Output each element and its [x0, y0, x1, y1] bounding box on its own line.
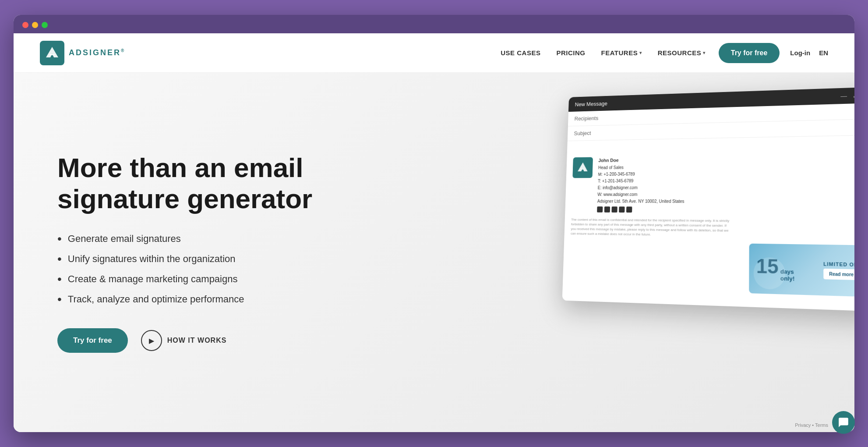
hero-try-free-button[interactable]: Try for free — [57, 328, 128, 353]
email-signature: John Doe Head of Sales M: +1-200-345-678… — [572, 153, 854, 213]
minimize-icon: — — [840, 92, 847, 100]
maximize-button[interactable] — [42, 22, 48, 28]
sig-email: E: info@adsigner.com — [598, 184, 685, 191]
nav-use-cases[interactable]: USE CASES — [501, 49, 540, 57]
nav-pricing[interactable]: PRICING — [556, 49, 585, 57]
chevron-down-icon: ▾ — [639, 50, 642, 55]
how-it-works-button[interactable]: ▶ HOW IT WORKS — [141, 330, 227, 351]
email-disclaimer: The content of this email is confidentia… — [571, 217, 730, 238]
play-icon[interactable]: ▶ — [141, 330, 162, 351]
sig-tel: T: +1-201-345-6789 — [598, 177, 685, 184]
promo-banner: 15 days only! LIMITED OFFER! Read more — [749, 244, 854, 298]
bullet-2: Unify signatures within the organization — [57, 252, 373, 266]
promo-offer-block: LIMITED OFFER! Read more — [823, 261, 854, 280]
linkedin-icon — [611, 206, 617, 213]
logo[interactable]: ADSIGNER® — [40, 41, 125, 65]
promo-read-more-button[interactable]: Read more — [823, 268, 854, 280]
signature-logo — [572, 157, 593, 178]
bullet-1: Generate email signatures — [57, 232, 373, 246]
email-window-controls: — ⤢ ✕ — [840, 92, 854, 99]
nav-lang-selector[interactable]: EN — [819, 49, 828, 57]
hero-title: More than an email signature generator — [57, 152, 373, 215]
minimize-button[interactable] — [32, 22, 38, 28]
nav-resources[interactable]: RESOURCES ▾ — [658, 49, 706, 57]
twitter-icon — [604, 206, 610, 213]
sig-company: Adsigner Ltd. 5th Ave. NY 10002, United … — [597, 198, 685, 205]
bullet-4: Track, analyze and optimize performance — [57, 292, 373, 306]
chevron-down-icon: ▾ — [703, 50, 706, 55]
nav-links: USE CASES PRICING FEATURES ▾ RESOURCES ▾ — [501, 49, 705, 57]
logo-text: ADSIGNER® — [69, 48, 125, 57]
how-it-works-label: HOW IT WORKS — [167, 337, 227, 344]
nav-login-link[interactable]: Log-in — [790, 49, 810, 57]
nav-features[interactable]: FEATURES ▾ — [601, 49, 642, 57]
browser-window: ADSIGNER® USE CASES PRICING FEATURES ▾ R… — [14, 15, 854, 432]
facebook-icon — [597, 206, 603, 213]
nav-try-free-button[interactable]: Try for free — [719, 43, 780, 63]
navbar: ADSIGNER® USE CASES PRICING FEATURES ▾ R… — [14, 33, 854, 73]
hero-bullets: Generate email signatures Unify signatur… — [57, 232, 373, 306]
browser-controls — [22, 22, 846, 33]
bullet-3: Create & manage marketing campaigns — [57, 272, 373, 286]
promo-circle-decoration — [754, 257, 786, 290]
hero-content: More than an email signature generator G… — [57, 152, 373, 353]
hero-actions: Try for free ▶ HOW IT WORKS — [57, 328, 373, 353]
browser-chrome — [14, 15, 854, 33]
logo-icon — [40, 41, 64, 65]
promo-offer-text: LIMITED OFFER! — [823, 261, 854, 267]
sig-name: John Doe — [598, 156, 685, 164]
privacy-bar: Privacy • Terms — [795, 422, 828, 428]
close-button[interactable] — [22, 22, 28, 28]
hero-section: More than an email signature generator G… — [14, 73, 854, 432]
email-window: New Message — ⤢ ✕ Recipients Subject — [562, 87, 854, 312]
sig-title: Head of Sales — [598, 163, 685, 171]
sig-mobile: M: +1-200-345-6789 — [598, 170, 685, 178]
privacy-text[interactable]: Privacy • Terms — [795, 422, 828, 428]
youtube-icon — [626, 206, 632, 213]
email-window-title: New Message — [575, 100, 607, 107]
email-mockup: New Message — ⤢ ✕ Recipients Subject — [557, 90, 854, 304]
email-body: John Doe Head of Sales M: +1-200-345-678… — [562, 135, 854, 312]
chat-bubble-button[interactable] — [832, 411, 855, 434]
signature-info: John Doe Head of Sales M: +1-200-345-678… — [597, 156, 685, 213]
instagram-icon — [619, 206, 625, 213]
maximize-icon: ⤢ — [853, 92, 854, 99]
sig-web: W: www.adsigner.com — [597, 191, 685, 198]
sig-social-icons — [597, 206, 684, 213]
